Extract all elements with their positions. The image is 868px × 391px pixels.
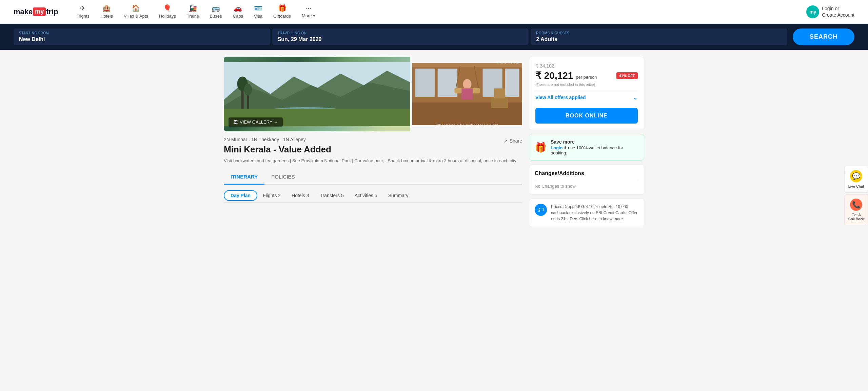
starting-from-label: STARTING FROM (19, 31, 265, 35)
floating-buttons: 💬 Live Chat 📞 Get A Call Back (844, 166, 868, 225)
promo-card[interactable]: 🏷 Prices Dropped! Get 10 % upto Rs. 10,0… (529, 199, 644, 227)
mmt-watermark-text: make my trip (497, 60, 519, 64)
off-badge: 41% OFF (616, 72, 638, 79)
no-changes-text: No Changes to show (535, 184, 638, 189)
main-content: 🖼 VIEW GALLERY → (217, 50, 651, 234)
nav-label-cabs: Cabs (233, 14, 243, 19)
changes-title: Changes/Additions (535, 170, 638, 180)
starting-from-field[interactable]: STARTING FROM New Delhi (14, 29, 270, 45)
subtab-flights[interactable]: Flights 2 (257, 190, 286, 201)
subtab-hotels[interactable]: Hotels 3 (286, 190, 314, 201)
gallery-icon: 🖼 (233, 119, 238, 125)
save-icon: 🎁 (535, 142, 547, 153)
share-button[interactable]: ↗ Share (504, 138, 522, 144)
travelling-on-label: TRAVELLING ON (278, 31, 524, 35)
header: make my trip ✈ Flights 🏨 Hotels 🏠 Villas… (0, 0, 868, 24)
nav-item-visa[interactable]: 🪪 Visa (249, 1, 267, 22)
villas-icon: 🏠 (132, 4, 140, 12)
chevron-down-icon: ⌄ (633, 94, 638, 101)
share-label: Share (510, 138, 522, 144)
starting-from-value: New Delhi (19, 36, 265, 42)
trains-icon: 🚂 (189, 4, 197, 12)
nav-label-more: More ▾ (302, 13, 315, 18)
offers-link: View All offers applied (535, 95, 586, 100)
nav-label-visa: Visa (254, 14, 262, 19)
nav-item-more[interactable]: ··· More ▾ (297, 1, 320, 22)
share-icon: ↗ (504, 138, 508, 144)
subtab-dayplan[interactable]: Day Plan (224, 190, 257, 201)
giftcards-icon: 🎁 (278, 4, 287, 12)
avatar: my (806, 5, 819, 18)
nav-label-hotels: Hotels (100, 14, 113, 19)
search-button[interactable]: SEARCH (793, 29, 854, 45)
save-text: Save more Login & use 100% wallet balanc… (551, 139, 638, 155)
sub-tabs: Day Plan Flights 2 Hotels 3 Transfers 5 … (224, 190, 522, 203)
call-label: Get A Call Back (848, 213, 864, 221)
rooms-guests-field[interactable]: ROOMS & GUESTS 2 Adults (531, 29, 787, 45)
hotels-icon: 🏨 (102, 4, 111, 12)
search-bar: STARTING FROM New Delhi TRAVELLING ON Su… (0, 24, 868, 50)
promo-icon: 🏷 (535, 204, 547, 216)
nav-label-flights: Flights (77, 14, 90, 19)
right-panel: ₹ 34,102 ₹ 20,121 per person 41% OFF (Ta… (529, 57, 644, 227)
svg-rect-22 (494, 88, 505, 98)
tab-itinerary[interactable]: ITINERARY (224, 170, 264, 185)
mmt-watermark: make my trip (497, 60, 519, 64)
svg-rect-12 (438, 69, 457, 97)
main-nav: ✈ Flights 🏨 Hotels 🏠 Villas & Apts 🎈 Hol… (72, 1, 796, 22)
subtab-transfers[interactable]: Transfers 5 (314, 190, 349, 201)
nav-item-giftcards[interactable]: 🎁 Giftcards (269, 1, 296, 22)
subtab-activities[interactable]: Activities 5 (349, 190, 383, 201)
svg-rect-20 (462, 88, 473, 99)
logo[interactable]: make my trip (14, 7, 58, 16)
promo-text: Prices Dropped! Get 10 % upto Rs. 10,000… (551, 204, 638, 222)
changes-card: Changes/Additions No Changes to show (529, 165, 644, 194)
current-price: ₹ 20,121 (535, 70, 576, 81)
view-gallery-button[interactable]: 🖼 VIEW GALLERY → (229, 117, 283, 127)
book-online-button[interactable]: BOOK ONLINE (535, 108, 638, 124)
nav-label-trains: Trains (187, 14, 199, 19)
nav-label-villas: Villas & Apts (124, 14, 148, 19)
tab-policies[interactable]: POLICIES (264, 170, 301, 185)
chat-icon: 💬 (850, 170, 862, 182)
gallery-secondary-image: make my trip Check into a houseboat for … (412, 57, 522, 131)
svg-rect-14 (505, 69, 519, 97)
gallery-caption: Check into a houseboat for a night (416, 123, 519, 128)
login-text: Login orCreate Account (822, 5, 854, 18)
rooms-guests-value: 2 Adults (536, 36, 782, 42)
nav-label-holidays: Holidays (159, 14, 176, 19)
call-back-button[interactable]: 📞 Get A Call Back (844, 194, 868, 225)
offers-row[interactable]: View All offers applied ⌄ (535, 90, 638, 105)
price-info: ₹ 20,121 per person (535, 70, 597, 81)
login-button[interactable]: my Login orCreate Account (806, 5, 854, 18)
nav-item-holidays[interactable]: 🎈 Holidays (154, 1, 181, 22)
nav-item-hotels[interactable]: 🏨 Hotels (96, 1, 118, 22)
travelling-on-field[interactable]: TRAVELLING ON Sun, 29 Mar 2020 (272, 29, 529, 45)
buses-icon: 🚌 (212, 4, 220, 12)
cabs-icon: 🚗 (234, 4, 242, 12)
package-info: ↗ Share 2N Munnar . 1N Thekkady . 1N All… (224, 137, 522, 164)
nav-item-trains[interactable]: 🚂 Trains (182, 1, 204, 22)
nav-label-giftcards: Giftcards (273, 14, 291, 19)
chat-label: Live Chat (848, 184, 864, 188)
svg-rect-11 (415, 69, 435, 97)
per-person: per person (576, 75, 597, 80)
flights-icon: ✈ (80, 4, 86, 12)
left-panel: 🖼 VIEW GALLERY → (224, 57, 522, 227)
nav-label-buses: Buses (210, 14, 222, 19)
nav-item-buses[interactable]: 🚌 Buses (205, 1, 226, 22)
holidays-icon: 🎈 (163, 4, 172, 12)
more-icon: ··· (306, 4, 312, 12)
svg-point-7 (244, 84, 252, 95)
live-chat-button[interactable]: 💬 Live Chat (844, 166, 868, 193)
package-description: Visit backwaters and tea gardens | See E… (224, 157, 522, 164)
svg-point-19 (463, 79, 472, 89)
nav-item-villas[interactable]: 🏠 Villas & Apts (119, 1, 153, 22)
rooms-guests-label: ROOMS & GUESTS (536, 31, 782, 35)
price-card: ₹ 34,102 ₹ 20,121 per person 41% OFF (Ta… (529, 57, 644, 130)
logo-my: my (33, 7, 46, 16)
nav-item-flights[interactable]: ✈ Flights (72, 1, 94, 22)
subtab-summary[interactable]: Summary (383, 190, 414, 201)
nav-item-cabs[interactable]: 🚗 Cabs (228, 1, 248, 22)
login-link[interactable]: Login (551, 145, 563, 150)
